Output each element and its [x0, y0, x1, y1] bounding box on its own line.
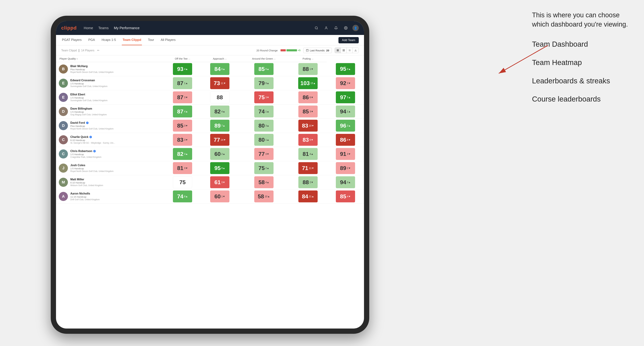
col-header-around-green[interactable]: Around the Green —	[238, 55, 289, 62]
player-name-7[interactable]: Josh Coles	[70, 164, 161, 167]
tab-pgat-players[interactable]: PGAT Players	[61, 35, 82, 45]
player-name-4[interactable]: David Ford✓	[70, 121, 161, 124]
score-value-3-8: 88	[302, 179, 309, 185]
table-row[interactable]: MMatt Miller6-10 HandicapWoburn Golf Clu…	[56, 175, 364, 189]
bell-icon[interactable]	[333, 25, 339, 31]
tab-pga[interactable]: PGA	[88, 35, 96, 45]
user-avatar[interactable]: 👤	[352, 25, 359, 31]
player-club-8: Woburn Golf Club, United Kingdom	[70, 184, 161, 187]
score-off-tee-3: 874▲	[164, 105, 201, 119]
score-around-green-0: 858▲	[238, 62, 289, 76]
score-value-1-0: 84	[214, 66, 221, 72]
score-value-4-0: 95	[340, 66, 346, 72]
player-name-5[interactable]: Charlie Quick✓	[70, 135, 161, 139]
player-handicap-3: 1-5 Handicap	[70, 111, 161, 113]
score-putting-9: 8421▲	[289, 189, 327, 204]
score-value-2-9: 58	[258, 193, 264, 200]
heatmap-view-button[interactable]	[341, 48, 347, 53]
player-cell-4: DDavid Ford✓Plus HandicapRoyal North Dev…	[56, 119, 164, 133]
player-club-5: St. George's Hill GC - Weybridge - Surre…	[70, 142, 161, 144]
search-icon[interactable]	[313, 25, 320, 31]
player-name-0[interactable]: Blair McHarg	[70, 65, 161, 68]
player-handicap-2: 1-5 Handicap	[70, 96, 161, 99]
player-name-1[interactable]: Edward Crossman	[70, 79, 161, 82]
player-avatar-6: C	[59, 149, 68, 159]
nav-teams[interactable]: Teams	[98, 25, 109, 31]
score-change-4-3: 1▲	[347, 110, 351, 113]
last-rounds-label: Last Rounds:	[310, 49, 325, 52]
nav-my-performance[interactable]: My Performance	[114, 25, 140, 31]
players-table: Player Quality ▾ Off the Tee — Approach …	[56, 55, 364, 204]
tab-team-clippd[interactable]: Team Clippd	[122, 35, 142, 45]
table-row[interactable]: AAaron Nicholls11-15 HandicapDrift Golf …	[56, 189, 364, 204]
table-row[interactable]: CChris Robertson✓1-5 HandicapCraigmillar…	[56, 147, 364, 161]
verified-icon-5: ✓	[90, 136, 92, 138]
score-value-0-0: 93	[177, 66, 184, 72]
score-change-2-3: 1▲	[265, 110, 269, 113]
score-change-1-8: 3▼	[222, 181, 225, 184]
score-around-green-7: 752▲	[238, 161, 289, 175]
score-off-tee-1: 871▲	[164, 76, 201, 90]
list-view-button[interactable]	[347, 48, 352, 53]
score-around-green-9: 5810▲	[238, 189, 289, 204]
svg-rect-8	[337, 49, 338, 50]
svg-rect-14	[343, 50, 343, 51]
tablet-frame: clippd Home Teams My Performance	[51, 16, 369, 334]
score-around-green-5: 801▲	[238, 133, 289, 147]
player-avatar-9: A	[59, 192, 68, 201]
player-name-6[interactable]: Chris Robertson✓	[70, 150, 161, 153]
add-team-button[interactable]: Add Team	[338, 37, 359, 43]
score-value-0-9: 74	[177, 193, 184, 200]
player-name-8[interactable]: Matt Miller	[70, 178, 161, 181]
score-putting-5: 836▼	[289, 133, 327, 147]
score-quality-7: 892▼	[327, 161, 364, 175]
score-approach-4: 897▲	[201, 119, 238, 133]
table-row[interactable]: EEdward Crossman1-5 HandicapSunningdale …	[56, 76, 364, 90]
score-quality-6: 913▼	[327, 147, 364, 161]
score-change-3-2: 6▼	[310, 96, 314, 99]
score-putting-1: 10315▲	[289, 76, 327, 90]
col-header-approach[interactable]: Approach —	[201, 55, 238, 62]
tab-all-players[interactable]: All Players	[160, 35, 176, 45]
nav-items: Home Teams My Performance	[84, 25, 313, 31]
player-name-9[interactable]: Aaron Nicholls	[70, 192, 161, 195]
player-name-2[interactable]: Elliot Ebert	[70, 93, 161, 96]
score-change-0-1: 1▲	[184, 82, 188, 85]
table-row[interactable]: EElliot Ebert1-5 HandicapSunningdale Gol…	[56, 90, 364, 105]
table-row[interactable]: DDavid Ford✓Plus HandicapRoyal North Dev…	[56, 119, 364, 133]
score-around-green-4: 803▲	[238, 119, 289, 133]
svg-rect-4	[306, 49, 308, 51]
table-row[interactable]: BBlair McHargPlus HandicapRoyal North De…	[56, 62, 364, 76]
table-row[interactable]: DDave Billingham1-5 HandicapGog Magog Go…	[56, 105, 364, 119]
col-header-putting[interactable]: Putting —	[289, 55, 327, 62]
user-icon[interactable]	[323, 25, 329, 31]
score-value-0-1: 87	[177, 80, 184, 86]
score-quality-3: 941▲	[327, 105, 364, 119]
tab-tour[interactable]: Tour	[147, 35, 155, 45]
score-value-2-1: 79	[258, 80, 265, 86]
player-cell-1: EEdward Crossman1-5 HandicapSunningdale …	[56, 76, 164, 90]
grid-view-button[interactable]	[335, 48, 341, 53]
score-approach-6: 602▲	[201, 147, 238, 161]
score-putting-8: 882▼	[289, 175, 327, 189]
player-avatar-0: B	[59, 64, 68, 74]
score-value-1-4: 89	[214, 123, 221, 129]
table-row[interactable]: JJosh Coles1-5 HandicapRoyal North Devon…	[56, 161, 364, 175]
score-value-1-5: 77	[214, 137, 220, 143]
nav-home[interactable]: Home	[84, 25, 93, 31]
tab-hcaps[interactable]: Hcaps 1-5	[101, 35, 116, 45]
edit-icon[interactable]: ✏	[97, 49, 100, 52]
player-handicap-9: 11-15 Handicap	[70, 195, 161, 198]
player-avatar-1: E	[59, 79, 68, 88]
score-around-green-6: 773▼	[238, 147, 289, 161]
download-button[interactable]	[352, 48, 358, 53]
player-name-3[interactable]: Dave Billingham	[70, 107, 161, 110]
col-header-player[interactable]: Player Quality ▾	[56, 55, 164, 62]
settings-icon[interactable]	[343, 25, 349, 31]
last-rounds-button[interactable]: Last Rounds: 20	[303, 48, 332, 53]
score-value-4-5: 86	[340, 137, 346, 143]
col-header-off-tee[interactable]: Off the Tee —	[164, 55, 201, 62]
player-avatar-3: D	[59, 107, 68, 116]
table-row[interactable]: CCharlie Quick✓6-10 HandicapSt. George's…	[56, 133, 364, 147]
score-change-1-3: 4▲	[222, 110, 225, 113]
